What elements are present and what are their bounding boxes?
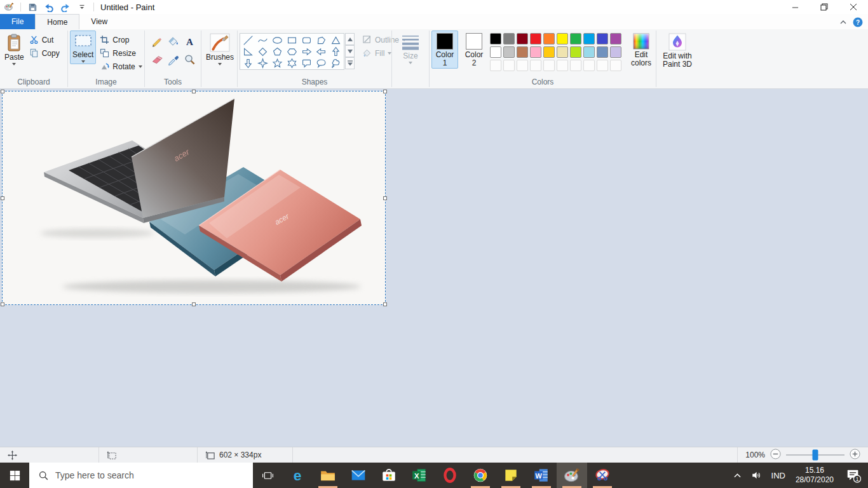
start-button[interactable] [0,463,29,488]
palette-swatch[interactable] [583,46,595,58]
action-center-button[interactable]: 1 [839,468,868,483]
shape-right-arrow[interactable] [299,46,314,57]
volume-icon[interactable] [747,470,766,481]
taskbar-search-box[interactable]: Type here to search [29,463,253,488]
taskbar-app-sticky-notes[interactable] [496,463,526,488]
canvas[interactable]: acer acer [2,91,386,305]
palette-swatch[interactable] [597,33,608,44]
selection-handle[interactable] [192,90,196,93]
palette-swatch-empty[interactable] [557,60,568,71]
edit-with-paint3d-button[interactable]: Edit with Paint 3D [657,30,698,70]
palette-swatch[interactable] [490,33,501,44]
save-button[interactable] [26,1,39,13]
palette-swatch[interactable] [530,46,541,58]
palette-swatch-empty[interactable] [543,60,555,71]
palette-swatch-empty[interactable] [570,60,581,71]
shape-up-arrow[interactable] [329,46,343,57]
tab-file[interactable]: File [0,14,35,29]
select-button[interactable]: Select [70,30,96,64]
shape-six-point-star[interactable] [285,57,299,69]
palette-swatch[interactable] [557,33,568,44]
shape-left-arrow[interactable] [314,46,329,57]
text-tool-button[interactable]: A [182,33,198,50]
selection-handle[interactable] [383,196,387,200]
shape-polygon[interactable] [314,34,329,46]
palette-swatch[interactable] [583,33,595,44]
palette-swatch[interactable] [570,46,581,58]
zoom-slider-thumb[interactable] [813,450,818,461]
palette-swatch-empty[interactable] [583,60,595,71]
minimize-button[interactable] [780,0,810,14]
crop-button[interactable]: Crop [97,33,144,46]
shape-line[interactable] [241,34,255,46]
shapes-scroll-up-button[interactable] [345,33,355,45]
copy-button[interactable]: Copy [27,46,62,60]
palette-swatch-empty[interactable] [610,60,621,71]
close-button[interactable] [839,0,868,14]
selection-handle[interactable] [383,302,387,306]
palette-swatch-empty[interactable] [597,60,608,71]
shape-down-arrow[interactable] [241,57,255,69]
shape-rectangle[interactable] [285,34,299,46]
rotate-button[interactable]: Rotate [97,60,144,73]
shape-five-point-star[interactable] [270,57,285,69]
shape-oval-callout[interactable] [314,57,329,69]
shape-rounded-rectangle[interactable] [299,34,314,46]
tab-view[interactable]: View [79,14,119,29]
palette-swatch-empty[interactable] [490,60,501,71]
palette-swatch[interactable] [543,46,555,58]
palette-swatch[interactable] [597,46,608,58]
selection-handle[interactable] [1,90,4,93]
paste-button[interactable]: Paste [2,30,27,67]
zoom-out-button[interactable] [770,449,781,461]
collapse-ribbon-button[interactable] [839,18,848,28]
eraser-tool-button[interactable] [149,51,165,68]
selection-handle[interactable] [383,90,387,93]
zoom-slider[interactable] [786,454,844,456]
shape-rounded-callout[interactable] [299,57,314,69]
undo-button[interactable] [43,1,55,13]
palette-swatch[interactable] [517,46,528,58]
palette-swatch[interactable] [503,33,515,44]
selection-handle[interactable] [1,302,4,306]
taskbar-app-snipping-tool[interactable] [587,463,618,488]
shape-oval[interactable] [270,34,285,46]
shape-four-point-star[interactable] [255,57,270,69]
magnifier-tool-button[interactable] [182,51,198,68]
palette-swatch[interactable] [543,33,555,44]
tab-home[interactable]: Home [35,14,79,29]
task-view-button[interactable] [253,463,282,488]
shape-diamond[interactable] [255,46,270,57]
brushes-button[interactable]: Brushes [203,30,236,67]
palette-swatch[interactable] [610,33,621,44]
taskbar-app-mail[interactable] [343,463,374,488]
tray-chevron-up-icon[interactable] [728,472,747,479]
restore-button[interactable] [810,0,839,14]
palette-swatch[interactable] [517,33,528,44]
palette-swatch-empty[interactable] [530,60,541,71]
fill-tool-button[interactable] [165,33,181,50]
shape-cloud-callout[interactable] [329,57,343,69]
shape-pentagon[interactable] [270,46,285,57]
taskbar-app-store[interactable] [374,463,404,488]
shape-hexagon[interactable] [285,46,299,57]
taskbar-app-edge[interactable]: e [282,463,313,488]
redo-button[interactable] [59,1,72,13]
selection-handle[interactable] [192,302,196,306]
taskbar-app-excel[interactable]: X [404,463,435,488]
taskbar-app-file-explorer[interactable] [313,463,343,488]
shape-triangle[interactable] [329,34,343,46]
size-button[interactable]: Size [398,30,423,65]
taskbar-app-opera[interactable] [435,463,465,488]
color2-button[interactable]: Color 2 [461,30,487,69]
palette-swatch-empty[interactable] [503,60,515,71]
shape-curve[interactable] [255,34,270,46]
palette-swatch[interactable] [503,46,515,58]
color1-button[interactable]: Color 1 [431,30,458,69]
customize-quick-access-button[interactable] [76,1,88,13]
shapes-scroll-down-button[interactable] [345,45,355,57]
color-picker-tool-button[interactable] [165,51,181,68]
palette-swatch-empty[interactable] [517,60,528,71]
cut-button[interactable]: Cut [27,33,62,46]
clock[interactable]: 15.16 28/07/2020 [790,466,839,485]
